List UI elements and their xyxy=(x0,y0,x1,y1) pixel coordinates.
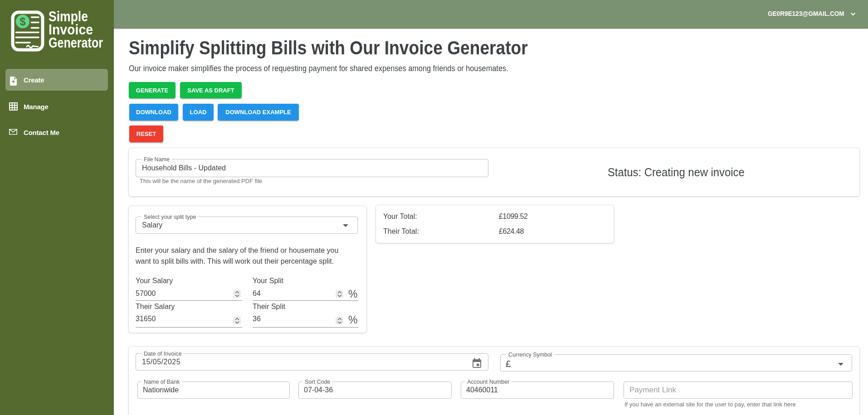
svg-text:$: $ xyxy=(20,15,26,28)
